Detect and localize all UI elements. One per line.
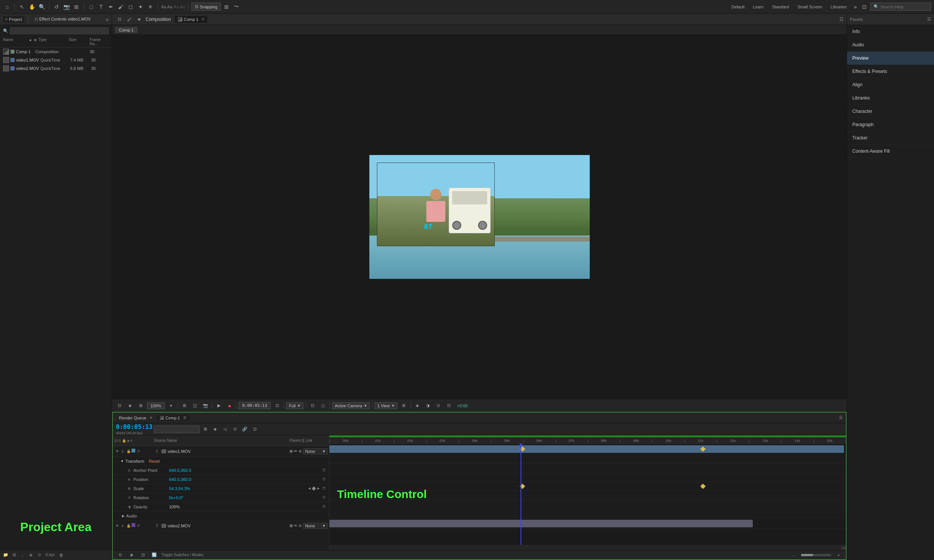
tl-icon-4[interactable]: ⊙: [231, 425, 239, 433]
ruler-icon[interactable]: ◫: [191, 402, 199, 410]
comp-timeline-menu[interactable]: ☰: [183, 416, 187, 420]
tl-icon-5[interactable]: 🔗: [241, 425, 249, 433]
layer-1-eye[interactable]: 👁: [114, 449, 120, 454]
tl-zoom-slider[interactable]: [801, 554, 831, 556]
search-box[interactable]: 🔍: [870, 3, 931, 11]
file-item-1[interactable]: video1.MOV QuickTime 7.4 MB 30: [0, 56, 112, 64]
prop-anchor-point[interactable]: ◎ Anchor Point 640.0,360.0 ⏱: [113, 466, 329, 475]
tl-icon-3[interactable]: ◁: [221, 425, 229, 433]
layer-1-parent-select[interactable]: None ▼: [303, 448, 328, 454]
comp-tab-1[interactable]: Comp 1 ✕: [175, 16, 208, 23]
opacity-stopwatch[interactable]: ⏱: [322, 505, 326, 509]
layer-1-solo[interactable]: ⊙: [120, 449, 125, 454]
render-queue-tab[interactable]: Render Queue ✕: [116, 415, 155, 421]
brush-icon[interactable]: 🖌: [117, 3, 125, 11]
eraser-icon[interactable]: ◻: [127, 3, 135, 11]
always-preview-icon[interactable]: ⊡: [115, 402, 123, 410]
right-panel-item-tracker[interactable]: Tracker: [847, 131, 934, 145]
layer-1-lock[interactable]: 🔓: [126, 449, 131, 454]
layer-2-lock[interactable]: 🔓: [126, 523, 131, 528]
comp-panel-icon-3[interactable]: ◈: [135, 15, 143, 24]
layer-2-solo[interactable]: ⊙: [120, 523, 125, 528]
right-panel-item-content-aware-fill[interactable]: Content-Aware Fill: [847, 145, 934, 158]
tl-icon-2[interactable]: ◈: [211, 425, 219, 433]
rotation-stopwatch[interactable]: ⏱: [322, 495, 326, 500]
comp-timeline-tab[interactable]: Comp 1 ☰: [157, 415, 190, 421]
transform-icon[interactable]: ⊞: [72, 3, 81, 11]
comp-name-label[interactable]: Comp 1: [115, 27, 138, 33]
right-panel-item-info[interactable]: Info: [847, 25, 934, 38]
ram-preview-icon[interactable]: ▶: [215, 402, 223, 410]
right-panel-item-effects--presets[interactable]: Effects & Presets: [847, 65, 934, 78]
project-tab[interactable]: ≡ Project: [3, 16, 24, 22]
interpret-icon[interactable]: ◈: [27, 552, 34, 558]
tl-bottom-icon-1[interactable]: ⊙: [116, 551, 124, 559]
tl-bottom-icon-2[interactable]: ◈: [127, 551, 136, 559]
rect-tool-icon[interactable]: □: [87, 3, 95, 11]
comp-panel-menu-icon[interactable]: ☰: [839, 17, 844, 22]
tl-end-icon[interactable]: ▷|: [841, 545, 846, 550]
tl-zoom-out-icon[interactable]: -: [790, 551, 798, 559]
camera-icon[interactable]: 📷: [62, 3, 71, 11]
prop-rotation[interactable]: ↺ Rotation 0x+0.0° ⏱: [113, 493, 329, 502]
timeline-search[interactable]: [154, 426, 199, 433]
text-tool-icon[interactable]: T: [97, 3, 105, 11]
view-dropdown[interactable]: 1 View ▼: [375, 402, 397, 409]
zoom-level[interactable]: 100%: [147, 402, 165, 409]
workspace-small-btn[interactable]: Small Screen: [793, 3, 826, 10]
snapping-button[interactable]: ⊡ Snapping: [192, 3, 221, 11]
prop-position[interactable]: ⊕ Position 640.0,360.0 ⏱: [113, 475, 329, 484]
fast-preview-icon[interactable]: ⊡: [308, 402, 317, 410]
right-panel-item-character[interactable]: Character: [847, 105, 934, 118]
wiggle-icon[interactable]: 〜: [232, 3, 241, 11]
layer-2-parent-select[interactable]: None ▼: [303, 523, 328, 529]
kf-prev-btn[interactable]: ◀: [307, 486, 312, 491]
right-panel-menu-icon[interactable]: ☰: [927, 17, 931, 22]
scale-stopwatch[interactable]: ⏱: [322, 486, 326, 490]
kf-next-btn[interactable]: ▶: [316, 486, 321, 491]
viewer-3d-icon[interactable]: ⊡: [445, 402, 453, 410]
layer-2-3d[interactable]: ⊡: [136, 523, 141, 528]
timecode-type-icon[interactable]: ⊡: [273, 402, 281, 410]
comp-panel-icon-2[interactable]: 🖊: [125, 15, 133, 24]
choose-view-icon[interactable]: ⊞: [400, 402, 408, 410]
search-input[interactable]: [880, 5, 928, 9]
puppet-icon[interactable]: ✳: [146, 3, 155, 11]
tl-icon-1[interactable]: ⊞: [201, 425, 209, 433]
workspace-learn-btn[interactable]: Learn: [749, 3, 768, 10]
project-search-input[interactable]: [10, 27, 109, 34]
tl-icon-6[interactable]: ⊡: [250, 425, 259, 433]
region-interest-icon[interactable]: ⊞: [136, 402, 145, 410]
right-panel-item-paragraph[interactable]: Paragraph: [847, 118, 934, 131]
import-icon[interactable]: ↓: [19, 552, 26, 558]
workspace-standard-btn[interactable]: Standard: [768, 3, 793, 10]
audio-row[interactable]: ▶ Audio: [113, 511, 329, 520]
transform-reset-btn[interactable]: Reset: [149, 459, 160, 464]
delete-icon[interactable]: 🗑: [58, 552, 65, 558]
file-item-2[interactable]: video2.MOV QuickTime 6.8 MB 30: [0, 64, 112, 73]
layer-row-2[interactable]: 👁 ⊙ 🔓 ⊡ 2 video2.MOV ⊞: [113, 520, 329, 531]
viewer-settings-icon[interactable]: ◈: [126, 402, 134, 410]
exposure-icon[interactable]: ◑: [424, 402, 432, 410]
new-comp-icon[interactable]: ⊞: [11, 552, 17, 558]
color-picker-icon[interactable]: ●: [225, 402, 234, 410]
tl-bottom-icon-3[interactable]: ⊡: [139, 551, 147, 559]
workspace-libraries-btn[interactable]: Libraries: [827, 3, 850, 10]
snapshot-icon[interactable]: 📷: [201, 402, 210, 410]
anchor-point-stopwatch[interactable]: ⏱: [322, 468, 326, 472]
prop-scale[interactable]: ⊞ Scale 54.3,54.3% ◀ ▶ ⏱: [113, 484, 329, 493]
snap-options-icon[interactable]: ⊞: [222, 3, 231, 11]
right-panel-item-audio[interactable]: Audio: [847, 38, 934, 52]
panel-expand-icon[interactable]: »: [106, 16, 109, 22]
pen-tool-icon[interactable]: ✒: [107, 3, 115, 11]
render-queue-close[interactable]: ✕: [149, 416, 152, 420]
stamp-icon[interactable]: ✦: [136, 3, 145, 11]
home-icon[interactable]: ⌂: [3, 3, 11, 11]
timeline-panel-menu[interactable]: ☰: [839, 415, 843, 420]
layer-2-eye[interactable]: 👁: [114, 523, 120, 528]
timeline-timecode[interactable]: 0:00:05:13: [116, 423, 152, 430]
layer-1-3d[interactable]: ⊡: [136, 449, 141, 454]
more-workspaces-icon[interactable]: »: [851, 3, 860, 11]
layer-row-1[interactable]: 👁 ⊙ 🔓 ⊡ 1 video1.MOV ⊞: [113, 446, 329, 457]
right-panel-item-align[interactable]: Align: [847, 78, 934, 92]
